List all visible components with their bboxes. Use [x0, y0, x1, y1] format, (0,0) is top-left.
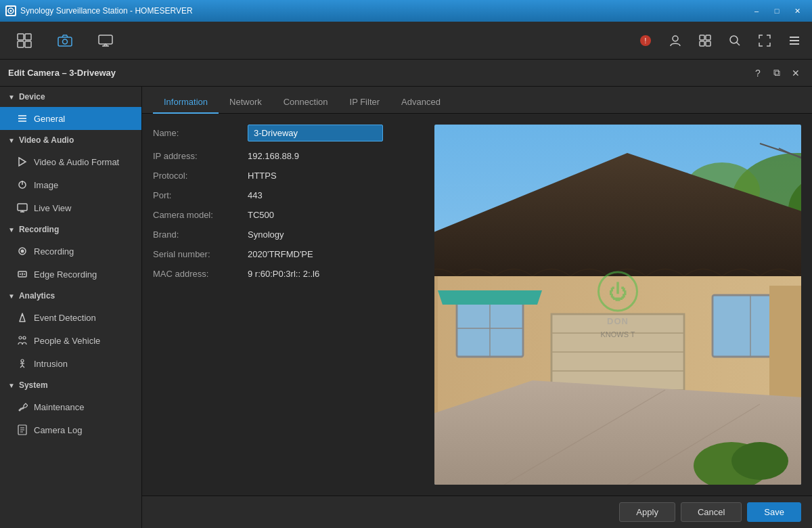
notifications-button[interactable]: ! [633, 28, 658, 53]
menu-button[interactable] [782, 28, 807, 53]
right-panel: Information Network Connection IP Filter… [142, 87, 812, 528]
svg-point-18 [730, 36, 738, 43]
svg-rect-16 [700, 41, 704, 46]
svg-rect-3 [18, 34, 24, 40]
main-toolbar: ! [0, 22, 812, 60]
field-protocol-label: Protocol: [153, 171, 248, 181]
sidebar-item-edge-recording[interactable]: Edge Recording [0, 263, 141, 286]
field-protocol-value: HTTPS [248, 171, 277, 181]
field-camera-model-value: TC500 [248, 210, 274, 220]
svg-line-44 [20, 366, 22, 368]
chevron-down-icon-3: ▼ [8, 226, 15, 234]
svg-text:!: ! [645, 37, 647, 45]
image-icon [16, 179, 28, 191]
apply-button[interactable]: Apply [619, 502, 675, 522]
video-audio-section-label: Video & Audio [19, 135, 74, 145]
field-serial-value: 2020'TRFMD'PE [248, 249, 313, 259]
header-actions: ? ⧉ ✕ [750, 65, 804, 81]
edit-camera-title: Edit Camera – 3-Driveway [8, 68, 116, 78]
sidebar-item-recording[interactable]: Recording [0, 240, 141, 263]
field-port: Port: 443 [153, 190, 424, 200]
sidebar-item-maintenance[interactable]: Maintenance [0, 395, 141, 418]
restore-button[interactable]: ⧉ [769, 65, 785, 81]
svg-point-13 [673, 36, 678, 41]
chevron-down-icon-2: ▼ [8, 137, 15, 144]
field-protocol: Protocol: HTTPS [153, 171, 424, 181]
toolbar-right: ! [633, 28, 807, 53]
sidebar-item-image[interactable]: Image [0, 173, 141, 196]
tab-ip-filter[interactable]: IP Filter [339, 91, 391, 114]
sidebar-item-general[interactable]: General [0, 107, 141, 130]
svg-line-45 [22, 366, 24, 368]
field-camera-model-label: Camera model: [153, 210, 248, 220]
recording-icon [16, 245, 28, 257]
tabs-bar: Information Network Connection IP Filter… [142, 87, 812, 114]
sidebar-item-event-detection[interactable]: Event Detection [0, 306, 141, 329]
sidebar-section-recording[interactable]: ▼ Recording [0, 219, 141, 240]
minimize-button[interactable]: – [747, 4, 766, 18]
sidebar-item-camera-log[interactable]: Camera Log [0, 418, 141, 441]
app-icon [5, 5, 16, 16]
edit-camera-header: Edit Camera – 3-Driveway ? ⧉ ✕ [0, 60, 812, 87]
svg-rect-7 [58, 37, 72, 46]
overview-button[interactable] [5, 26, 43, 56]
tab-information[interactable]: Information [153, 91, 219, 114]
maintenance-icon [16, 401, 28, 413]
tab-connection[interactable]: Connection [273, 91, 339, 114]
search-button[interactable] [723, 28, 747, 53]
field-mac: MAC address: 9 r:60:P0:3rl:: 2:.l6 [153, 269, 424, 279]
field-port-value: 443 [248, 190, 263, 200]
layout-button[interactable] [693, 28, 717, 53]
toolbar-left [5, 26, 633, 56]
app-window: Synology Surveillance Station - HOMESERV… [0, 0, 812, 528]
content-wrapper: ▼ Device General [0, 87, 812, 528]
help-button[interactable]: ? [750, 65, 766, 81]
sidebar-section-system[interactable]: ▼ System [0, 375, 141, 395]
tab-network[interactable]: Network [219, 91, 273, 114]
chevron-down-icon-4: ▼ [8, 292, 15, 300]
sidebar-section-device[interactable]: ▼ Device [0, 87, 141, 107]
chevron-down-icon: ▼ [8, 93, 15, 101]
save-button[interactable]: Save [747, 502, 801, 522]
sidebar-item-label: Camera Log [34, 425, 83, 435]
app-body: Edit Camera – 3-Driveway ? ⧉ ✕ ▼ Device [0, 60, 812, 528]
field-ip: IP address: 192.168.88.9 [153, 151, 424, 161]
tab-advanced[interactable]: Advanced [390, 91, 451, 114]
live-view-icon [16, 202, 28, 214]
camera-button[interactable] [46, 26, 84, 56]
svg-rect-30 [18, 204, 27, 211]
close-panel-button[interactable]: ✕ [788, 65, 804, 81]
close-window-button[interactable]: ✕ [788, 4, 807, 18]
sidebar-item-intrusion[interactable]: Intrusion [0, 352, 141, 375]
sidebar-section-video-audio[interactable]: ▼ Video & Audio [0, 130, 141, 150]
svg-point-2 [10, 10, 12, 12]
sidebar-item-label: Image [34, 180, 58, 190]
svg-point-41 [21, 359, 24, 362]
sidebar-item-live-view[interactable]: Live View [0, 196, 141, 219]
account-button[interactable] [663, 28, 687, 53]
people-vehicle-icon [16, 334, 28, 347]
svg-point-34 [21, 250, 24, 253]
sidebar-item-video-audio-format[interactable]: Video & Audio Format [0, 150, 141, 173]
field-brand-value: Synology [248, 229, 284, 240]
sidebar-section-analytics[interactable]: ▼ Analytics [0, 286, 141, 306]
name-input[interactable] [248, 125, 383, 141]
sidebar-item-label: Video & Audio Format [34, 157, 119, 167]
svg-marker-61 [438, 290, 542, 305]
monitor-button[interactable] [87, 26, 125, 56]
window-controls: – □ ✕ [747, 4, 807, 18]
camera-preview: ⏻ DON KNOWS T [434, 125, 801, 485]
cancel-button[interactable]: Cancel [681, 502, 742, 522]
overview-icon [16, 32, 32, 49]
fullscreen-button[interactable] [752, 28, 777, 53]
svg-point-40 [23, 336, 26, 339]
general-icon [16, 112, 28, 125]
svg-rect-14 [700, 35, 704, 40]
field-mac-value: 9 r:60:P0:3rl:: 2:.l6 [248, 269, 319, 279]
edge-recording-icon [16, 268, 28, 280]
sidebar-item-people-vehicle[interactable]: People & Vehicle [0, 329, 141, 352]
footer: Apply Cancel Save [142, 496, 812, 528]
maximize-button[interactable]: □ [767, 4, 786, 18]
svg-rect-4 [25, 34, 31, 40]
intrusion-icon [16, 357, 28, 370]
